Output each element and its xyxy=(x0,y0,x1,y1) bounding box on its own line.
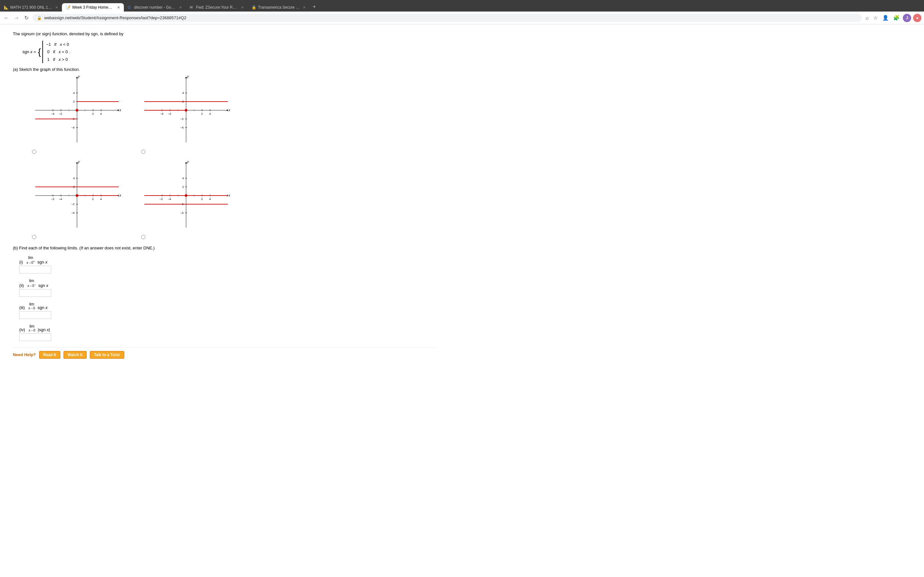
graph-container-3: x y −4 −2 2 4 2 −2 4 − xyxy=(32,160,122,239)
limit-item-3: (iii) lim x→0 sgn x xyxy=(19,302,436,319)
limit-sub-3: x→0 xyxy=(29,306,35,310)
limit-notation-2: (ii) lim x→0− sgn x xyxy=(19,279,436,287)
tab-close-gmail[interactable]: ✕ xyxy=(241,5,244,10)
limit-sub-4: x→0 xyxy=(29,329,35,332)
tab-close-google[interactable]: ✕ xyxy=(179,5,182,10)
svg-text:y: y xyxy=(78,160,80,163)
svg-text:2: 2 xyxy=(92,112,94,115)
tab-transamerica[interactable]: 🔒 Transamerica Secure Email Pa ✕ xyxy=(248,3,310,11)
svg-text:2: 2 xyxy=(92,197,94,201)
limits-section: (i) lim x→0+ sgn x (ii) lim x→0− sgn x xyxy=(19,255,436,341)
reload-button[interactable]: ↻ xyxy=(23,13,30,22)
svg-marker-29 xyxy=(226,109,228,111)
case-negative: −1 if x < 0 xyxy=(46,41,70,48)
address-bar: ← → ↻ 🔒 webassign.net/web/Student/Assign… xyxy=(0,11,924,24)
radio-graph-2[interactable] xyxy=(141,150,145,154)
svg-text:2: 2 xyxy=(73,100,75,103)
limit-sub-1: x→0+ xyxy=(27,260,35,264)
svg-point-24 xyxy=(76,109,78,111)
limit-sub-2: x→0− xyxy=(27,283,36,287)
need-help-label: Need Help? xyxy=(13,352,36,357)
limit-word-4: lim xyxy=(29,324,34,329)
url-box[interactable]: 🔒 webassign.net/web/Student/Assignment-R… xyxy=(32,14,862,22)
radio-graph-1[interactable] xyxy=(32,150,36,154)
svg-text:2: 2 xyxy=(201,197,203,201)
tab-close-webassign[interactable]: ✕ xyxy=(117,5,120,10)
read-it-button[interactable]: Read It xyxy=(39,351,60,359)
tab-google[interactable]: G discover number - Google Sea ✕ xyxy=(124,3,186,11)
limit-input-2[interactable] xyxy=(19,289,51,297)
tab-gmail[interactable]: ✉ Fwd: ZSecure:Your Requested ✕ xyxy=(186,3,248,11)
case-zero: 0 if x = 0 . xyxy=(46,48,70,55)
limit-expr-4: |sgn x| xyxy=(38,327,50,332)
tab-bar: 📐 MATH 171 900 ONL 15A FA20 ✕ 📝 Week 3 F… xyxy=(0,0,924,11)
tab-math171[interactable]: 📐 MATH 171 900 ONL 15A FA20 ✕ xyxy=(0,3,62,11)
graph-container-1: x y −2 −4 2 4 2 xyxy=(32,75,122,154)
svg-text:y: y xyxy=(187,75,189,78)
talk-to-tutor-button[interactable]: Talk to a Tutor xyxy=(90,351,124,359)
sgn-definition: sgn x = { −1 if x < 0 0 if x = 0 . 1 if … xyxy=(23,41,436,63)
sgn-label: sgn x = xyxy=(23,49,36,54)
svg-text:−4: −4 xyxy=(160,112,163,115)
tab-favicon-webassign: 📝 xyxy=(66,5,70,10)
url-domain: webassign.net/web/Student/Assignment-Res… xyxy=(44,15,186,20)
svg-text:−4: −4 xyxy=(180,126,184,129)
limit-input-1[interactable] xyxy=(19,266,51,274)
graph-wrapper-4: x y −4 −2 2 4 2 −2 4 − xyxy=(141,160,231,232)
svg-point-106 xyxy=(185,194,187,197)
watch-it-button[interactable]: Watch It xyxy=(63,351,87,359)
tab-title-transamerica: Transamerica Secure Email Pa xyxy=(258,5,300,10)
bookmark-icon[interactable]: ☆ xyxy=(872,13,879,22)
graph-container-4: x y −4 −2 2 4 2 −2 4 − xyxy=(141,160,231,239)
svg-text:4: 4 xyxy=(73,91,75,95)
forward-button[interactable]: → xyxy=(13,14,21,22)
lock-icon: 🔒 xyxy=(37,16,42,20)
part-a-label: (a) Sketch the graph of this function. xyxy=(13,67,436,72)
limit-notation-1: (i) lim x→0+ sgn x xyxy=(19,255,436,264)
limit-word-3: lim xyxy=(29,302,34,306)
case-positive: 1 if x > 0 xyxy=(46,56,70,63)
svg-text:4: 4 xyxy=(209,197,211,201)
limit-input-4[interactable] xyxy=(19,334,51,341)
tab-close-math171[interactable]: ✕ xyxy=(55,5,58,10)
graph-svg-2: x y −2 −4 2 4 2 −2 4 − xyxy=(141,75,231,145)
limit-input-3[interactable] xyxy=(19,311,51,319)
svg-text:x: x xyxy=(228,193,230,197)
svg-text:−2: −2 xyxy=(168,112,171,115)
account-icon[interactable]: 👤 xyxy=(881,13,890,22)
svg-text:4: 4 xyxy=(100,197,102,201)
svg-text:2: 2 xyxy=(182,185,184,189)
sgn-cases: −1 if x < 0 0 if x = 0 . 1 if x > 0 xyxy=(42,41,70,63)
graphs-row-2: x y −4 −2 2 4 2 −2 4 − xyxy=(32,160,436,239)
radio-graph-4[interactable] xyxy=(141,235,145,239)
svg-text:−2: −2 xyxy=(59,112,62,115)
svg-text:−4: −4 xyxy=(168,197,171,201)
need-help-section: Need Help? Read It Watch It Talk to a Tu… xyxy=(13,348,436,362)
svg-text:−2: −2 xyxy=(180,117,184,121)
graph-container-2: x y −2 −4 2 4 2 −2 4 − xyxy=(141,75,231,154)
svg-text:4: 4 xyxy=(182,177,184,180)
new-tab-button[interactable]: + xyxy=(310,2,319,11)
limit-expr-3: sgn x xyxy=(37,305,47,310)
svg-text:−4: −4 xyxy=(71,211,74,214)
limit-roman-3: (iii) xyxy=(19,305,27,310)
profile-pic[interactable]: ● xyxy=(913,14,921,22)
svg-text:4: 4 xyxy=(209,112,211,115)
extensions-icon[interactable]: 🧩 xyxy=(892,13,901,22)
avatar[interactable]: J xyxy=(903,14,911,22)
limit-item-4: (iv) lim x→0 |sgn x| xyxy=(19,324,436,341)
tab-close-transamerica[interactable]: ✕ xyxy=(303,5,306,10)
tab-favicon-google: G xyxy=(128,5,132,10)
radio-graph-3[interactable] xyxy=(32,235,36,239)
svg-text:y: y xyxy=(187,160,189,163)
svg-text:y: y xyxy=(78,75,80,78)
back-button[interactable]: ← xyxy=(3,14,10,22)
tab-favicon-transamerica: 🔒 xyxy=(252,5,256,10)
svg-text:4: 4 xyxy=(73,177,75,180)
tab-title-google: discover number - Google Sea xyxy=(134,5,176,10)
svg-text:−4: −4 xyxy=(180,211,184,214)
limit-item-1: (i) lim x→0+ sgn x xyxy=(19,255,436,274)
svg-marker-2 xyxy=(117,109,119,111)
tab-webassign[interactable]: 📝 Week 3 Friday Homework - M/ ✕ xyxy=(62,3,124,11)
search-icon[interactable]: ⌕ xyxy=(864,14,870,22)
